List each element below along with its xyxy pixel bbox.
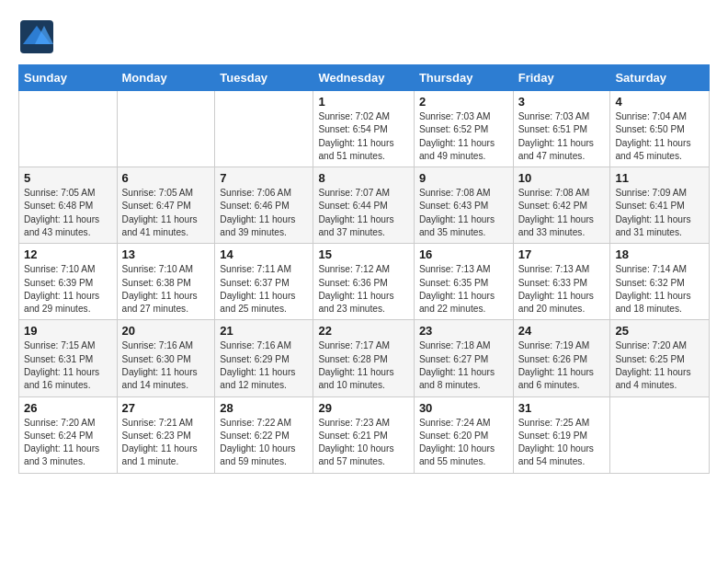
calendar-cell: 5Sunrise: 7:05 AMSunset: 6:48 PMDaylight… bbox=[19, 167, 118, 244]
calendar-cell: 10Sunrise: 7:08 AMSunset: 6:42 PMDayligh… bbox=[513, 167, 610, 244]
calendar-cell: 28Sunrise: 7:22 AMSunset: 6:22 PMDayligh… bbox=[215, 396, 313, 473]
calendar-cell: 12Sunrise: 7:10 AMSunset: 6:39 PMDayligh… bbox=[19, 244, 118, 320]
day-number: 18 bbox=[615, 247, 704, 261]
day-number: 19 bbox=[24, 324, 112, 338]
calendar-cell: 26Sunrise: 7:20 AMSunset: 6:24 PMDayligh… bbox=[19, 396, 118, 473]
calendar-cell: 20Sunrise: 7:16 AMSunset: 6:30 PMDayligh… bbox=[117, 320, 215, 396]
day-info: Sunrise: 7:05 AMSunset: 6:47 PMDaylight:… bbox=[122, 187, 210, 239]
day-number: 17 bbox=[518, 247, 606, 261]
calendar-cell bbox=[610, 396, 710, 473]
day-number: 6 bbox=[122, 171, 210, 185]
day-info: Sunrise: 7:08 AMSunset: 6:42 PMDaylight:… bbox=[518, 187, 606, 239]
day-number: 25 bbox=[615, 324, 704, 338]
weekday-header-sunday: Sunday bbox=[19, 65, 118, 91]
day-info: Sunrise: 7:15 AMSunset: 6:31 PMDaylight:… bbox=[24, 339, 112, 392]
weekday-header-row: SundayMondayTuesdayWednesdayThursdayFrid… bbox=[19, 65, 710, 91]
day-info: Sunrise: 7:20 AMSunset: 6:24 PMDaylight:… bbox=[24, 417, 112, 469]
calendar-cell: 15Sunrise: 7:12 AMSunset: 6:36 PMDayligh… bbox=[313, 244, 414, 320]
day-info: Sunrise: 7:11 AMSunset: 6:37 PMDaylight:… bbox=[220, 263, 308, 316]
calendar-week-row: 12Sunrise: 7:10 AMSunset: 6:39 PMDayligh… bbox=[19, 244, 710, 320]
day-info: Sunrise: 7:16 AMSunset: 6:30 PMDaylight:… bbox=[122, 339, 210, 392]
day-info: Sunrise: 7:12 AMSunset: 6:36 PMDaylight:… bbox=[318, 263, 408, 316]
calendar-cell: 13Sunrise: 7:10 AMSunset: 6:38 PMDayligh… bbox=[117, 244, 215, 320]
day-number: 27 bbox=[122, 401, 210, 415]
day-number: 13 bbox=[122, 247, 210, 261]
day-number: 11 bbox=[615, 171, 704, 185]
calendar-cell: 16Sunrise: 7:13 AMSunset: 6:35 PMDayligh… bbox=[414, 244, 513, 320]
logo-icon bbox=[18, 18, 55, 55]
calendar-cell: 23Sunrise: 7:18 AMSunset: 6:27 PMDayligh… bbox=[414, 320, 513, 396]
day-number: 10 bbox=[518, 171, 606, 185]
calendar-cell bbox=[117, 91, 215, 167]
day-info: Sunrise: 7:21 AMSunset: 6:23 PMDaylight:… bbox=[122, 417, 210, 469]
calendar-cell: 4Sunrise: 7:04 AMSunset: 6:50 PMDaylight… bbox=[610, 91, 710, 167]
day-info: Sunrise: 7:06 AMSunset: 6:46 PMDaylight:… bbox=[220, 187, 308, 239]
day-info: Sunrise: 7:14 AMSunset: 6:32 PMDaylight:… bbox=[615, 263, 704, 316]
day-info: Sunrise: 7:02 AMSunset: 6:54 PMDaylight:… bbox=[318, 110, 408, 163]
day-number: 20 bbox=[122, 324, 210, 338]
day-info: Sunrise: 7:10 AMSunset: 6:39 PMDaylight:… bbox=[24, 263, 112, 316]
weekday-header-friday: Friday bbox=[513, 65, 610, 91]
day-number: 4 bbox=[615, 95, 704, 109]
weekday-header-tuesday: Tuesday bbox=[215, 65, 313, 91]
day-number: 26 bbox=[24, 401, 112, 415]
day-info: Sunrise: 7:13 AMSunset: 6:33 PMDaylight:… bbox=[518, 263, 606, 316]
calendar-cell: 6Sunrise: 7:05 AMSunset: 6:47 PMDaylight… bbox=[117, 167, 215, 244]
day-number: 14 bbox=[220, 247, 308, 261]
logo bbox=[18, 18, 59, 55]
day-info: Sunrise: 7:04 AMSunset: 6:50 PMDaylight:… bbox=[615, 110, 704, 163]
calendar-cell: 31Sunrise: 7:25 AMSunset: 6:19 PMDayligh… bbox=[513, 396, 610, 473]
day-number: 9 bbox=[419, 171, 508, 185]
calendar-cell: 3Sunrise: 7:03 AMSunset: 6:51 PMDaylight… bbox=[513, 91, 610, 167]
day-number: 31 bbox=[518, 401, 606, 415]
day-number: 5 bbox=[24, 171, 112, 185]
day-info: Sunrise: 7:24 AMSunset: 6:20 PMDaylight:… bbox=[419, 417, 508, 469]
day-info: Sunrise: 7:18 AMSunset: 6:27 PMDaylight:… bbox=[419, 339, 508, 392]
day-info: Sunrise: 7:03 AMSunset: 6:52 PMDaylight:… bbox=[419, 110, 508, 163]
calendar-cell: 25Sunrise: 7:20 AMSunset: 6:25 PMDayligh… bbox=[610, 320, 710, 396]
day-number: 2 bbox=[419, 95, 508, 109]
calendar-cell bbox=[19, 91, 118, 167]
calendar-cell: 9Sunrise: 7:08 AMSunset: 6:43 PMDaylight… bbox=[414, 167, 513, 244]
day-number: 23 bbox=[419, 324, 508, 338]
day-info: Sunrise: 7:05 AMSunset: 6:48 PMDaylight:… bbox=[24, 187, 112, 239]
day-info: Sunrise: 7:03 AMSunset: 6:51 PMDaylight:… bbox=[518, 110, 606, 163]
calendar-cell: 1Sunrise: 7:02 AMSunset: 6:54 PMDaylight… bbox=[313, 91, 414, 167]
day-info: Sunrise: 7:13 AMSunset: 6:35 PMDaylight:… bbox=[419, 263, 508, 316]
calendar-cell: 30Sunrise: 7:24 AMSunset: 6:20 PMDayligh… bbox=[414, 396, 513, 473]
calendar-cell: 18Sunrise: 7:14 AMSunset: 6:32 PMDayligh… bbox=[610, 244, 710, 320]
day-info: Sunrise: 7:09 AMSunset: 6:41 PMDaylight:… bbox=[615, 187, 704, 239]
day-number: 3 bbox=[518, 95, 606, 109]
calendar-cell: 14Sunrise: 7:11 AMSunset: 6:37 PMDayligh… bbox=[215, 244, 313, 320]
day-info: Sunrise: 7:19 AMSunset: 6:26 PMDaylight:… bbox=[518, 339, 606, 392]
day-number: 30 bbox=[419, 401, 508, 415]
day-info: Sunrise: 7:23 AMSunset: 6:21 PMDaylight:… bbox=[318, 417, 408, 469]
calendar-week-row: 1Sunrise: 7:02 AMSunset: 6:54 PMDaylight… bbox=[19, 91, 710, 167]
calendar-cell: 19Sunrise: 7:15 AMSunset: 6:31 PMDayligh… bbox=[19, 320, 118, 396]
day-info: Sunrise: 7:25 AMSunset: 6:19 PMDaylight:… bbox=[518, 417, 606, 469]
calendar-cell bbox=[215, 91, 313, 167]
calendar-week-row: 19Sunrise: 7:15 AMSunset: 6:31 PMDayligh… bbox=[19, 320, 710, 396]
calendar-table: SundayMondayTuesdayWednesdayThursdayFrid… bbox=[18, 64, 710, 474]
calendar-cell: 21Sunrise: 7:16 AMSunset: 6:29 PMDayligh… bbox=[215, 320, 313, 396]
calendar-cell: 17Sunrise: 7:13 AMSunset: 6:33 PMDayligh… bbox=[513, 244, 610, 320]
calendar-cell: 7Sunrise: 7:06 AMSunset: 6:46 PMDaylight… bbox=[215, 167, 313, 244]
day-number: 15 bbox=[318, 247, 408, 261]
day-number: 7 bbox=[220, 171, 308, 185]
day-info: Sunrise: 7:22 AMSunset: 6:22 PMDaylight:… bbox=[220, 417, 308, 469]
calendar-cell: 24Sunrise: 7:19 AMSunset: 6:26 PMDayligh… bbox=[513, 320, 610, 396]
day-number: 12 bbox=[24, 247, 112, 261]
calendar-cell: 8Sunrise: 7:07 AMSunset: 6:44 PMDaylight… bbox=[313, 167, 414, 244]
weekday-header-monday: Monday bbox=[117, 65, 215, 91]
weekday-header-thursday: Thursday bbox=[414, 65, 513, 91]
day-number: 22 bbox=[318, 324, 408, 338]
calendar-cell: 29Sunrise: 7:23 AMSunset: 6:21 PMDayligh… bbox=[313, 396, 414, 473]
day-number: 21 bbox=[220, 324, 308, 338]
calendar-week-row: 5Sunrise: 7:05 AMSunset: 6:48 PMDaylight… bbox=[19, 167, 710, 244]
calendar-week-row: 26Sunrise: 7:20 AMSunset: 6:24 PMDayligh… bbox=[19, 396, 710, 473]
day-info: Sunrise: 7:17 AMSunset: 6:28 PMDaylight:… bbox=[318, 339, 408, 392]
calendar-cell: 27Sunrise: 7:21 AMSunset: 6:23 PMDayligh… bbox=[117, 396, 215, 473]
weekday-header-saturday: Saturday bbox=[610, 65, 710, 91]
day-info: Sunrise: 7:10 AMSunset: 6:38 PMDaylight:… bbox=[122, 263, 210, 316]
day-number: 28 bbox=[220, 401, 308, 415]
